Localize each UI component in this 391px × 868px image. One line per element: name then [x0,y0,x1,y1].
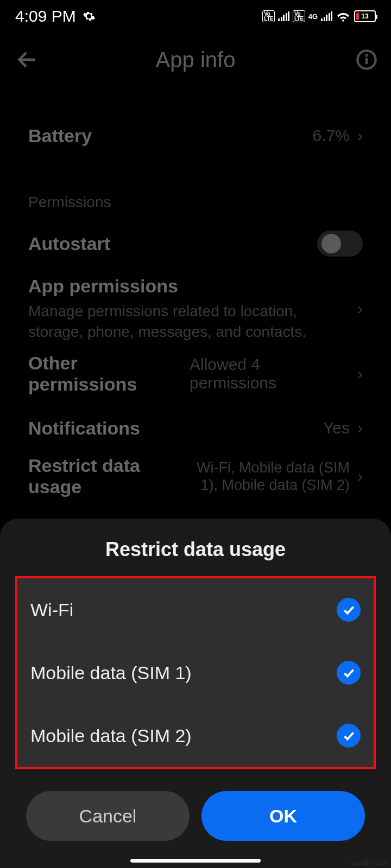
chevron-right-icon: › [357,419,363,437]
status-time: 4:09 PM [15,7,76,25]
notifications-value: Yes [323,419,350,437]
autostart-row[interactable]: Autostart [0,216,391,271]
other-permissions-row[interactable]: Other permissions Allowed 4 permissions … [0,347,391,401]
chevron-right-icon: › [357,467,363,486]
notifications-label: Notifications [28,418,140,439]
checkmark-icon[interactable] [337,598,361,622]
page-title: App info [38,48,353,72]
restrict-data-value: Wi-Fi, Mobile data (SIM 1), Mobile data … [176,459,350,494]
battery-label: Battery [28,125,92,146]
dialog-title: Restrict data usage [0,538,391,561]
volte-icon-2: VoLTE [293,10,305,22]
app-permissions-desc: Manage permissions related to location, … [28,301,350,342]
autostart-label: Autostart [28,233,110,254]
network-4g-icon: 4G [308,12,318,21]
cancel-button[interactable]: Cancel [26,791,190,841]
permissions-header: Permissions [0,184,391,216]
option-sim1-label: Mobile data (SIM 1) [30,662,192,684]
restrict-data-dialog: Restrict data usage Wi-Fi Mobile data (S… [0,519,391,868]
option-sim1[interactable]: Mobile data (SIM 1) [17,641,374,704]
ok-button[interactable]: OK [201,791,365,841]
option-wifi[interactable]: Wi-Fi [17,578,374,641]
app-permissions-label: App permissions [28,276,350,297]
dialog-options-highlight: Wi-Fi Mobile data (SIM 1) Mobile data (S… [15,576,376,769]
back-button[interactable] [11,43,43,76]
checkmark-icon[interactable] [337,661,361,685]
svg-point-3 [366,55,367,56]
volte-icon: VoLTE [262,10,275,22]
chevron-right-icon: › [357,299,363,318]
info-button[interactable] [353,46,380,73]
status-right: VoLTE VoLTE 4G 13 [262,10,376,22]
option-wifi-label: Wi-Fi [30,599,73,621]
checkmark-icon[interactable] [337,724,361,748]
chevron-right-icon: › [357,365,363,383]
wifi-icon [336,10,351,22]
notifications-row[interactable]: Notifications Yes › [0,401,391,455]
restrict-data-row[interactable]: Restrict data usage Wi-Fi, Mobile data (… [0,455,391,497]
option-sim2[interactable]: Mobile data (SIM 2) [17,704,374,767]
status-bar: 4:09 PM VoLTE VoLTE 4G 13 [0,0,391,33]
home-indicator[interactable] [130,859,261,863]
signal-icon-1 [278,11,289,21]
restrict-data-label: Restrict data usage [28,455,176,497]
battery-icon: 13 [354,10,376,22]
battery-row[interactable]: Battery 6.7% › [0,108,391,163]
gear-icon [83,10,96,23]
app-permissions-row[interactable]: App permissions Manage permissions relat… [0,271,391,347]
other-permissions-value: Allowed 4 permissions [190,355,350,392]
battery-percent: 13 [355,12,375,20]
signal-icon-2 [321,11,332,21]
battery-value: 6.7% [313,126,350,145]
svg-point-1 [357,50,375,68]
chevron-right-icon: › [357,126,363,145]
other-permissions-label: Other permissions [28,353,190,395]
autostart-toggle[interactable] [317,231,363,257]
divider [28,174,363,174]
option-sim2-label: Mobile data (SIM 2) [30,725,192,746]
